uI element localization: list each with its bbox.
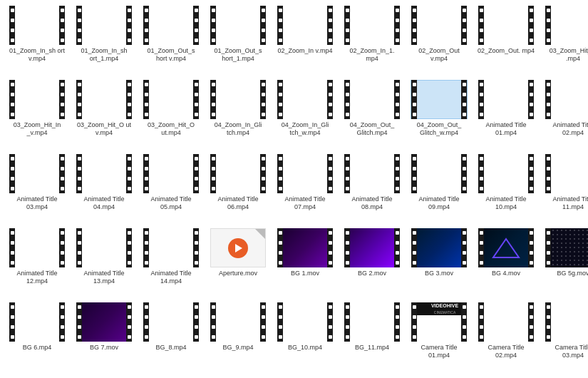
list-item[interactable]: SUPER SALEAnimated Title 07.mp4	[275, 154, 335, 224]
file-label: Animated Title 03.mp4	[8, 195, 66, 211]
svg-marker-0	[493, 239, 519, 257]
file-label: 02_Zoom_In_1. mp4	[343, 47, 401, 63]
file-label: Animated Title 02.mp4	[544, 121, 588, 137]
file-label: BG 1.mov	[291, 270, 319, 277]
file-label: BG_11.mp4	[355, 344, 389, 352]
file-label: 04_Zoom_In_Gli tch.mp4	[209, 121, 267, 137]
list-item[interactable]: Camera Title 03.mp4	[543, 302, 588, 372]
list-item[interactable]: 01_Zoom_Out_s hort_1.mp4	[208, 6, 268, 76]
list-item[interactable]: BG 4.mov	[476, 228, 536, 298]
list-item[interactable]: 02_Zoom_In v.mp4	[275, 6, 335, 76]
file-label: Animated Title 08.mp4	[343, 195, 401, 211]
file-thumbnail: design	[143, 228, 200, 267]
list-item[interactable]: BG 6.mp4	[7, 302, 67, 372]
list-item[interactable]: SUMMER CLUB03_Zoom_Hit_O ut v.mp4	[74, 80, 134, 150]
list-item[interactable]: BG 1.mov	[275, 228, 335, 298]
list-item[interactable]: Tišlé03_Zoom_Hit_In _v.mp4	[7, 80, 67, 150]
file-label: 03_Zoom_Hit_In .mp4	[544, 47, 588, 63]
file-thumbnail	[210, 228, 267, 267]
list-item[interactable]: BG 2.mov	[342, 228, 402, 298]
list-item[interactable]: SUPER SALE04_Zoom_In_Gli tch_w.mp4	[275, 80, 335, 150]
list-item[interactable]: ▶04_Zoom_In_Gli tch.mp4	[208, 80, 268, 150]
file-thumbnail	[76, 6, 133, 45]
file-thumbnail: Tišlé	[9, 154, 66, 193]
list-item[interactable]: 02_Zoom_Out v.mp4	[409, 6, 469, 76]
list-item[interactable]: SigieAnimated Title 05.mp4	[141, 154, 201, 224]
list-item[interactable]: 01_Zoom_In_sh ort_1.mp4	[74, 6, 134, 76]
file-label: BG_8.mp4	[155, 344, 186, 352]
list-item[interactable]: 01_Zoom_In_sh ort v.mp4	[7, 6, 67, 76]
file-thumbnail	[277, 6, 334, 45]
file-label: BG_9.mp4	[222, 344, 253, 352]
file-thumbnail	[277, 228, 334, 267]
file-thumbnail: ▶	[210, 154, 267, 193]
list-item[interactable]: EXTREME SPORTAnimated Title 11.mp4	[543, 154, 588, 224]
file-thumbnail: SUPER SALE	[277, 154, 334, 193]
file-thumbnail	[277, 302, 334, 342]
list-item[interactable]: 03_Zoom_Hit_In .mp4	[543, 6, 588, 76]
file-label: BG_10.mp4	[288, 344, 322, 352]
file-label: 04_Zoom_Out_ Glitch.mp4	[343, 121, 401, 137]
list-item[interactable]: EXTREME SPORTAnimated Title 02.mp4	[543, 80, 588, 150]
file-thumbnail	[143, 6, 200, 45]
list-item[interactable]: 02_Zoom_Out. mp4	[476, 6, 536, 76]
file-thumbnail	[545, 6, 588, 45]
file-thumbnail	[478, 6, 535, 45]
file-thumbnail: sale	[344, 154, 401, 193]
list-item[interactable]: sale04_Zoom_Out_ Glitch.mp4	[342, 80, 402, 150]
list-item[interactable]: BG_8.mp4	[141, 302, 201, 372]
list-item[interactable]: TišléAnimated Title 03.mp4	[7, 154, 67, 224]
file-label: Animated Title 12.mp4	[8, 270, 66, 285]
file-thumbnail: rocketshow	[478, 80, 535, 119]
file-label: 02_Zoom_Out v.mp4	[410, 47, 468, 63]
list-item[interactable]: Sigie03_Zoom_Hit_O ut.mp4	[141, 80, 201, 150]
file-thumbnail	[210, 6, 267, 45]
list-item[interactable]: ▶Animated Title 06.mp4	[208, 154, 268, 224]
file-label: 04_Zoom_Out_ Glitch_w.mp4	[410, 121, 468, 137]
list-item[interactable]: CYBER SALEAnimated Title 12.mp4	[7, 228, 67, 298]
list-item[interactable]: BG_11.mp4	[342, 302, 402, 372]
file-thumbnail: EXTREME SPORT	[545, 154, 588, 193]
file-label: Animated Title 06.mp4	[209, 195, 267, 211]
file-label: 01_Zoom_In_sh ort v.mp4	[8, 47, 66, 63]
list-item[interactable]: BG 7.mov	[74, 302, 134, 372]
list-item[interactable]: rocketshowAnimated Title 01.mp4	[476, 80, 536, 150]
file-label: Animated Title 04.mp4	[75, 195, 133, 211]
file-grid[interactable]: 01_Zoom_In_sh ort v.mp401_Zoom_In_sh ort…	[0, 0, 588, 378]
list-item[interactable]: EXPOAnimated Title 13.mp4	[74, 228, 134, 298]
file-label: 01_Zoom_Out_s hort_1.mp4	[209, 47, 267, 63]
file-label: 04_Zoom_In_Gli tch_w.mp4	[276, 121, 334, 137]
list-item[interactable]: SUMMER CLUBAnimated Title 04.mp4	[74, 154, 134, 224]
file-thumbnail	[143, 302, 200, 342]
list-item[interactable]: BG 5g.mov	[543, 228, 588, 298]
file-thumbnail	[545, 302, 588, 342]
list-item[interactable]: BG_9.mp4	[208, 302, 268, 372]
file-thumbnail: Sigie	[143, 80, 200, 119]
file-thumbnail: ▶	[210, 80, 267, 119]
list-item[interactable]: saleAnimated Title 08.mp4	[342, 154, 402, 224]
list-item[interactable]: BG 3.mov	[409, 228, 469, 298]
list-item[interactable]: BG_10.mp4	[275, 302, 335, 372]
file-thumbnail: Hello, I am here Call me	[411, 80, 468, 119]
file-label: BG 7.mov	[90, 344, 118, 352]
list-item[interactable]: rocketshowAnimated Title 10.mp4	[476, 154, 536, 224]
file-thumbnail: EXTREME SPORT	[545, 80, 588, 119]
list-item[interactable]: Camera Title 02.mp4	[476, 302, 536, 372]
list-item[interactable]: Hello, I am hereAnimated Title 09.mp4	[409, 154, 469, 224]
list-item[interactable]: 02_Zoom_In_1. mp4	[342, 6, 402, 76]
file-label: Animated Title 07.mp4	[276, 195, 334, 211]
file-label: 03_Zoom_Hit_O ut.mp4	[142, 121, 200, 137]
file-label: BG 6.mp4	[23, 344, 52, 352]
file-thumbnail	[76, 302, 133, 342]
file-label: Animated Title 11.mp4	[544, 195, 588, 211]
list-item[interactable]: Hello, I am here Call me04_Zoom_Out_ Gli…	[409, 80, 469, 150]
file-label: Camera Title 01.mp4	[410, 344, 468, 359]
file-label: BG 4.mov	[492, 270, 520, 277]
file-thumbnail: rocketshow	[478, 154, 535, 193]
list-item[interactable]: Aperture.mov	[208, 228, 268, 298]
list-item[interactable]: VIDEOHIVECINEMATICACamera Title 01.mp4	[409, 302, 469, 372]
list-item[interactable]: 01_Zoom_Out_s hort v.mp4	[141, 6, 201, 76]
list-item[interactable]: designAnimated Title 14.mp4	[141, 228, 201, 298]
file-thumbnail: EXPO	[76, 228, 133, 267]
file-label: Animated Title 13.mp4	[75, 270, 133, 285]
